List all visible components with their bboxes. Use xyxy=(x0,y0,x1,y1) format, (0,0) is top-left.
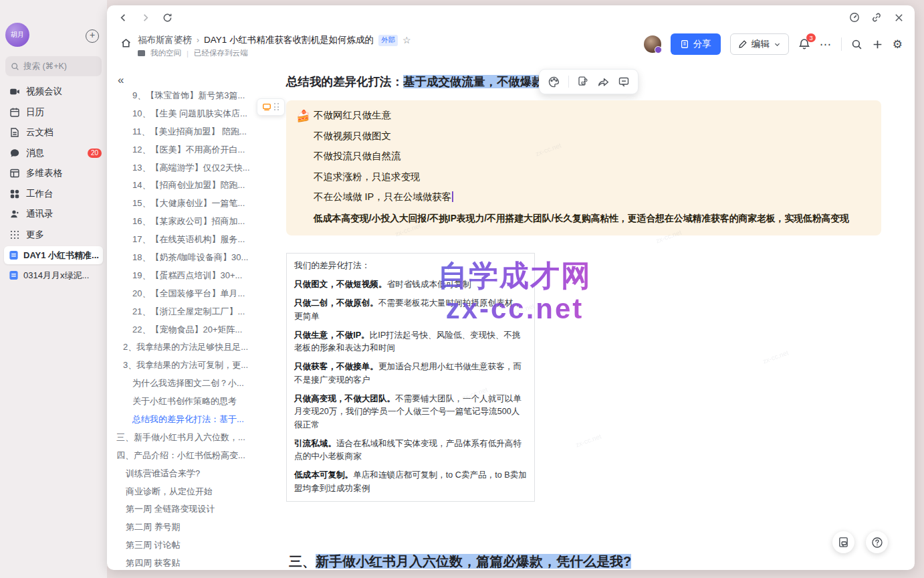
performance-icon[interactable] xyxy=(848,11,861,24)
contacts-icon xyxy=(9,209,20,219)
heading-highlight: 基于成交做流量，不做爆款 xyxy=(403,75,544,88)
heading2-prefix: 三、 xyxy=(289,554,316,569)
toc-item[interactable]: 10、【生美 问题肌肤实体店... xyxy=(110,105,278,123)
edit-button[interactable]: 编辑 xyxy=(730,33,789,55)
toc-item[interactable]: 16、【某家政公司】招商加... xyxy=(110,213,278,231)
search-icon[interactable] xyxy=(851,39,862,50)
sidebar-doc-item[interactable]: 0314月月x绿泥... xyxy=(4,266,103,284)
sidebar-item-多维表格[interactable]: 多维表格 xyxy=(0,163,107,184)
faint-watermark: zx-cc.net xyxy=(574,432,602,448)
external-badge: 外部 xyxy=(378,35,398,46)
toc-item[interactable]: 19、【蛋糕西点培训】30+... xyxy=(110,267,278,285)
sidebar-recent-docs: DAY1 小红书精准...0314月月x绿泥... xyxy=(4,246,103,286)
collapse-panel-icon[interactable]: « xyxy=(118,74,124,87)
image-title: 我们的差异化打法： xyxy=(294,260,527,273)
breadcrumb-root[interactable]: 福布斯富婆榜 xyxy=(138,34,192,46)
toc-item[interactable]: 总结我的差异化打法：基于... xyxy=(110,411,278,429)
user-avatar[interactable]: 胡月 xyxy=(5,23,29,47)
text-style-icon[interactable] xyxy=(548,76,560,88)
collaborator-avatar[interactable] xyxy=(644,35,661,53)
toc-item[interactable]: 训练营谁适合来学? xyxy=(110,465,278,483)
callout-bold-line: 低成本高变现/小投入大回报/不挑IP表现力/不用搭建大团队/长久复购高粘性，更适… xyxy=(314,213,873,225)
toc-item[interactable]: 三、新手做小红书月入六位数，... xyxy=(110,429,278,447)
sidebar-item-云文档[interactable]: 云文档 xyxy=(0,122,107,143)
toc-item[interactable]: 15、【大健康创业】一篇笔... xyxy=(110,195,278,213)
sidebar-item-工作台[interactable]: 工作台 xyxy=(0,184,107,205)
document-window: 福布斯富婆榜 › DAY1 小红书精准获客收割机是如何炼成的 外部 ☆ 我的空间… xyxy=(107,5,915,570)
breadcrumb-title[interactable]: DAY1 小红书精准获客收割机是如何炼成的 xyxy=(204,34,374,46)
app-sidebar: 胡月 + 搜索 (⌘+K) 视频会议日历云文档消息20多维表格工作台通讯录更多 … xyxy=(0,0,107,578)
toc-item[interactable]: 商业诊断，从定位开始 xyxy=(110,483,278,501)
toc-item[interactable]: 12、【医美】不用高价开白... xyxy=(110,141,278,159)
image-text-line: 只做二创，不做原创。不需要老板花大量时间拍摄原创素材，更简单 xyxy=(294,297,527,323)
text-cursor xyxy=(452,191,453,202)
forward-icon[interactable] xyxy=(138,11,152,24)
callout-line: 不在公域做 IP，只在公域做获客 xyxy=(314,191,453,203)
share-forward-icon[interactable] xyxy=(597,76,610,88)
image-text-line: 低成本可复制。单店和连锁店都可复制，to C卖产品，to B卖加盟均拿到过成功案… xyxy=(294,469,527,495)
image-text-line: 只做获客，不做接单。更加适合只想用小红书做生意获客，而不是接广变现的客户 xyxy=(294,361,527,387)
copy-link-icon[interactable] xyxy=(870,11,883,24)
close-icon[interactable] xyxy=(892,11,905,24)
chevron-down-icon xyxy=(774,41,781,48)
callout-block[interactable]: 🍰 不做网红只做生意不做视频只做图文不做投流只做自然流不追求涨粉，只追求变现不在… xyxy=(286,100,881,235)
image-text-line: 只做图文，不做短视频。省时省钱成本低可复制 xyxy=(294,278,527,292)
add-icon[interactable]: + xyxy=(86,29,99,43)
sidebar-item-通讯录[interactable]: 通讯录 xyxy=(0,204,107,225)
toc-item[interactable]: 2、我拿结果的方法足够快且足... xyxy=(110,339,278,357)
toc-item[interactable]: 9、【珠宝首饰】新号第3篇... xyxy=(110,87,278,105)
heading-prefix: 总结我的差异化打法： xyxy=(286,75,403,88)
sidebar-item-视频会议[interactable]: 视频会议 xyxy=(0,82,107,102)
comment-icon[interactable] xyxy=(618,76,630,88)
sidebar-item-消息[interactable]: 消息20 xyxy=(0,143,107,164)
plus-icon[interactable] xyxy=(872,39,883,50)
toc-item[interactable]: 第二周 养号期 xyxy=(110,518,278,537)
doc-feedback-button[interactable] xyxy=(832,531,854,553)
toc-item[interactable]: 第三周 讨论帖 xyxy=(110,537,278,555)
image-block[interactable]: 我们的差异化打法： 只做图文，不做短视频。省时省钱成本低可复制只做二创，不做原创… xyxy=(286,253,535,502)
sidebar-item-日历[interactable]: 日历 xyxy=(0,102,107,123)
message-icon xyxy=(9,148,20,159)
home-icon[interactable] xyxy=(120,37,132,49)
toc-item[interactable]: 20、【全国装修平台】单月... xyxy=(110,285,278,303)
toc-item[interactable]: 18、【奶茶/咖啡设备商】30... xyxy=(110,249,278,267)
toc-item[interactable]: 17、【在线英语机构】服务... xyxy=(110,231,278,249)
refresh-icon[interactable] xyxy=(160,11,174,24)
toc-item[interactable]: 关于小红书创作策略的思考 xyxy=(110,393,278,411)
doc-icon xyxy=(9,270,19,280)
toc-item[interactable]: 14、【招商创业加盟】陪跑... xyxy=(110,177,278,195)
toc-item[interactable]: 21、【浙江全屋定制工厂】... xyxy=(110,303,278,321)
search-placeholder: 搜索 (⌘+K) xyxy=(23,61,67,72)
drag-handle-icon[interactable] xyxy=(274,103,279,111)
toc-item[interactable]: 四、产品介绍：小红书低粉高变... xyxy=(110,447,278,465)
space-icon xyxy=(138,50,145,56)
more-dots-icon[interactable]: ⋯ xyxy=(820,37,832,52)
space-label[interactable]: 我的空间 xyxy=(150,48,181,58)
toc-item[interactable]: 3、我拿结果的方法可复制，更... xyxy=(110,357,278,375)
more-icon xyxy=(9,229,20,240)
callout-line: 不做视频只做图文 xyxy=(314,130,391,142)
sidebar-doc-item[interactable]: DAY1 小红书精准... xyxy=(4,246,103,264)
toc-item[interactable]: 11、【美业招商加盟】 陪跑... xyxy=(110,123,278,141)
help-button[interactable] xyxy=(866,531,888,553)
toc-item[interactable]: 13、【高端游学】仅仅2天快... xyxy=(110,159,278,177)
search-input[interactable]: 搜索 (⌘+K) xyxy=(5,56,102,76)
copy-link-icon[interactable] xyxy=(577,76,589,88)
section-heading-2[interactable]: 三、新手做小红书月入六位数，篇篇必爆款，凭什么是我? xyxy=(289,553,891,571)
callout-line: 不做网红只做生意 xyxy=(314,109,391,122)
settings-icon[interactable]: ⚙ xyxy=(893,37,903,52)
block-handle[interactable] xyxy=(257,98,285,116)
sidebar-item-更多[interactable]: 更多 xyxy=(0,225,107,246)
base-icon xyxy=(9,168,20,179)
toc-item[interactable]: 第四周 获客贴 xyxy=(110,555,278,573)
workbench-icon xyxy=(9,189,20,199)
selection-toolbar xyxy=(539,69,639,94)
share-button[interactable]: 分享 xyxy=(671,33,721,55)
star-icon[interactable]: ☆ xyxy=(402,35,411,45)
callout-line: 不做投流只做自然流 xyxy=(314,150,401,163)
toc-item[interactable]: 第一周 全链路变现设计 xyxy=(110,500,278,518)
toc-item[interactable]: 为什么我选择图文二创？小... xyxy=(110,375,278,393)
back-icon[interactable] xyxy=(116,11,130,24)
notifications-button[interactable]: 3 xyxy=(798,38,810,50)
toc-item[interactable]: 22、【宠物食品】20+矩阵... xyxy=(110,321,278,339)
